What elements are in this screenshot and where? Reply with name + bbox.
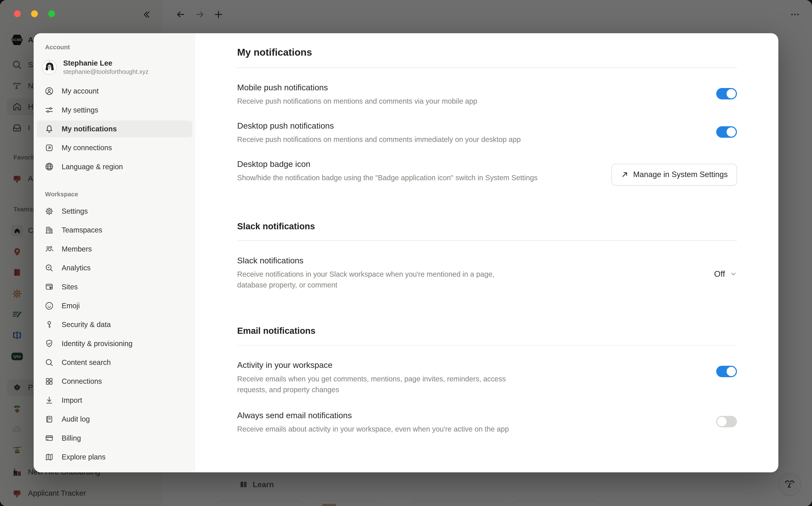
chevron-down-icon <box>730 270 737 277</box>
toggle-knob <box>727 128 736 137</box>
sidebar-item-billing[interactable]: Billing <box>37 430 192 446</box>
divider <box>237 67 737 68</box>
person-circle-icon <box>44 86 54 96</box>
globe-icon <box>44 162 54 172</box>
account-menu: My account My settings My notifications <box>37 83 192 175</box>
shield-check-icon <box>44 338 54 349</box>
sidebar-item-analytics[interactable]: Analytics <box>37 260 192 276</box>
divider <box>237 345 737 345</box>
sliders-icon <box>44 105 54 115</box>
account-section-header: Account <box>45 44 192 51</box>
sidebar-item-members[interactable]: Members <box>37 241 192 257</box>
toggle-knob <box>717 417 727 426</box>
bell-icon <box>44 124 54 134</box>
key-icon <box>44 319 54 330</box>
scroll-icon <box>44 414 54 424</box>
slack-notifications-select[interactable]: Off <box>714 269 737 278</box>
slack-select-value: Off <box>714 269 725 278</box>
mobile-push-toggle[interactable] <box>716 88 737 99</box>
sidebar-item-identity-provisioning[interactable]: Identity & provisioning <box>37 335 192 352</box>
sidebar-item-my-notifications[interactable]: My notifications <box>37 120 192 137</box>
setting-row-desktop-badge: Desktop badge icon Show/hide the notific… <box>237 158 737 185</box>
setting-row-always-send-email: Always send email notifications Receive … <box>237 410 737 435</box>
page-title: My notifications <box>237 46 737 59</box>
arrow-up-right-icon <box>621 171 629 178</box>
sidebar-item-connections[interactable]: Connections <box>37 373 192 390</box>
arrow-out-box-icon <box>44 143 54 153</box>
app-window: ACME A S N H I Favorites A Teamspaces <box>0 0 812 506</box>
toggle-knob <box>727 367 736 376</box>
sidebar-item-settings[interactable]: Settings <box>37 203 192 219</box>
workspace-menu: Settings Teamspaces Members <box>37 203 192 465</box>
activity-email-toggle[interactable] <box>716 366 737 377</box>
traffic-light-zoom[interactable] <box>48 10 55 17</box>
sidebar-item-language-region[interactable]: Language & region <box>37 158 192 175</box>
account-user-row[interactable]: Stephanie Lee stephanie@toolsforthought.… <box>37 56 192 79</box>
user-email: stephanie@toolsforthought.xyz <box>63 68 149 76</box>
settings-content: My notifications Mobile push notificatio… <box>195 33 778 473</box>
settings-sidebar: Account Stephanie Lee stephanie@toolsfor… <box>34 33 195 473</box>
divider <box>237 240 737 241</box>
sidebar-item-content-search[interactable]: Content search <box>37 354 192 370</box>
people-icon <box>44 244 54 254</box>
avatar <box>42 60 57 74</box>
sidebar-item-explore-plans[interactable]: Explore plans <box>37 449 192 465</box>
magnifier-icon <box>44 357 54 368</box>
setting-row-slack: Slack notifications Receive notification… <box>237 255 737 291</box>
download-arrow-icon <box>44 395 54 406</box>
credit-card-icon <box>44 433 54 443</box>
user-name: Stephanie Lee <box>63 59 149 68</box>
magnifier-sparkle-icon <box>44 263 54 273</box>
sidebar-item-audit-log[interactable]: Audit log <box>37 411 192 427</box>
sidebar-item-emoji[interactable]: Emoji <box>37 298 192 314</box>
sidebar-item-my-settings[interactable]: My settings <box>37 102 192 118</box>
sidebar-item-my-account[interactable]: My account <box>37 83 192 99</box>
settings-modal: Account Stephanie Lee stephanie@toolsfor… <box>34 33 778 473</box>
always-send-email-toggle[interactable] <box>716 416 737 427</box>
sidebar-item-sites[interactable]: Sites <box>37 278 192 295</box>
workspace-section-header: Workspace <box>45 191 192 198</box>
traffic-light-close[interactable] <box>14 10 21 17</box>
gear-icon <box>44 206 54 217</box>
sidebar-item-security-data[interactable]: Security & data <box>37 317 192 333</box>
setting-row-activity-workspace: Activity in your workspace Receive email… <box>237 359 737 395</box>
desktop-push-toggle[interactable] <box>716 126 737 138</box>
map-icon <box>44 452 54 462</box>
smiley-icon <box>44 301 54 311</box>
building-icon <box>44 225 54 235</box>
sidebar-item-teamspaces[interactable]: Teamspaces <box>37 222 192 238</box>
traffic-light-minimize[interactable] <box>31 10 38 17</box>
setting-row-mobile-push: Mobile push notifications Receive push n… <box>237 82 737 107</box>
browser-cursor-icon <box>44 282 54 292</box>
sidebar-item-my-connections[interactable]: My connections <box>37 140 192 156</box>
slack-section-heading: Slack notifications <box>237 220 737 233</box>
setting-row-desktop-push: Desktop push notifications Receive push … <box>237 120 737 145</box>
manage-system-settings-button[interactable]: Manage in System Settings <box>612 164 737 185</box>
grid-icon <box>44 376 54 387</box>
sidebar-item-import[interactable]: Import <box>37 392 192 409</box>
toggle-knob <box>727 89 736 98</box>
email-section-heading: Email notifications <box>237 325 737 337</box>
